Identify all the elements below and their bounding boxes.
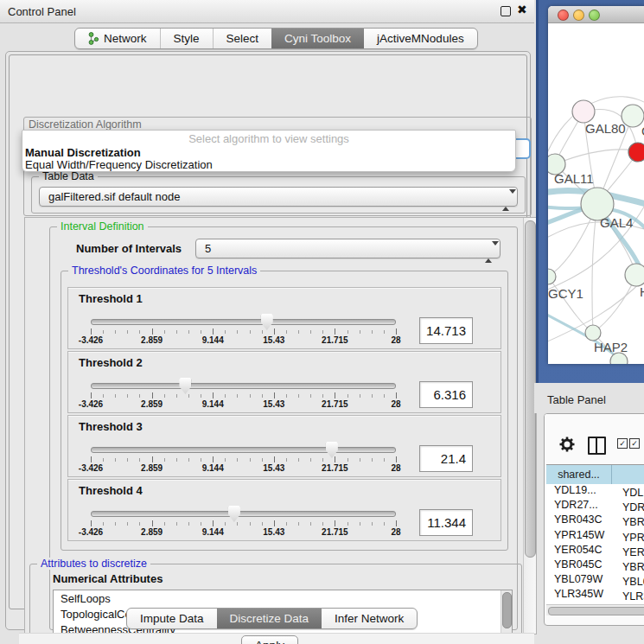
algorithm-dropdown-popup: Select algorithm to view settings Manual… [22,130,516,172]
table-panel-header: Table Panel [534,383,644,413]
discretize-tab-content: Discretization Algorithm Table Data galF… [9,54,527,609]
slider-tick-labels: -3.4262.8599.14415.4321.71528 [91,399,396,410]
scrollbar-thumb[interactable] [548,607,644,615]
mac-zoom-icon[interactable] [589,10,600,21]
threshold-row: Threshold 3 -3.4262.8599.14415.4321.7152… [67,415,501,477]
spinner-arrows-icon [485,243,493,254]
slider-tick-labels: -3.4262.8599.14415.4321.71528 [91,335,396,346]
checkbox-icon[interactable]: ✓ [629,438,640,449]
bottom-tab-bar: Impute Data Discretize Data Infer Networ… [126,608,418,629]
slider-track [91,447,396,453]
slider-ticks [91,456,396,463]
tab-impute-data-label: Impute Data [140,612,204,625]
gear-icon[interactable] [558,436,576,453]
tab-jactivemnodules[interactable]: jActiveMNodules [364,29,477,48]
node-label: GAL4 [600,215,633,230]
attributes-legend: Attributes to discretize [37,558,150,570]
columns-icon[interactable] [588,437,606,455]
list-item[interactable]: SelfLoops [54,590,512,606]
threshold-3-slider[interactable] [91,447,396,453]
network-graph: GAL80 GA GAL11 C GAL4 GCY1 H HAP2 [548,23,644,364]
column-header-shared[interactable]: shared... [546,465,612,484]
table-body: YDL19...YDL1 YDR27...YDR2 YBR043CYBR0 YP… [546,484,644,604]
threshold-2-value-field[interactable]: 6.316 [419,381,473,408]
tab-select-label: Select [226,32,259,45]
popup-placeholder-option[interactable]: Select algorithm to view settings [22,131,515,147]
panel-title: Control Panel [8,5,76,18]
threshold-3-value-field[interactable]: 21.4 [419,445,473,472]
threshold-1-label: Threshold 1 [79,292,143,305]
table-row[interactable]: YBR043CYBR0 [546,513,644,528]
threshold-2-slider[interactable] [91,383,396,389]
popup-option-manual-discretization[interactable]: Manual Discretization [22,147,515,159]
table-row[interactable]: YBL079WYBL0 [546,573,644,588]
table-data-selected-value: galFiltered.sif default node [48,190,180,203]
tab-discretize-data[interactable]: Discretize Data [217,609,322,628]
tab-network-label: Network [104,32,147,45]
table-data-legend: Table Data [39,170,98,182]
threshold-1-slider[interactable] [91,319,396,325]
float-window-icon[interactable] [501,6,511,16]
table-row[interactable]: YPR145WYPR1 [546,529,644,544]
table-row[interactable]: YER054CYER0 [546,544,644,558]
table-row[interactable]: YLR345WYLR3 [546,588,644,603]
mac-close-icon[interactable] [558,10,569,21]
network-canvas[interactable]: GAL80 GA GAL11 C GAL4 GCY1 H HAP2 [548,23,644,364]
checkbox-icon[interactable]: ✓ [617,438,628,449]
close-icon[interactable]: ✖ [517,3,527,16]
number-of-intervals-spinner[interactable]: 5 [195,239,501,258]
threshold-4-slider[interactable] [91,511,396,517]
table-row[interactable]: YDR27...YDR2 [546,499,644,513]
settings-vertical-scrollbar[interactable] [523,218,536,634]
table-data-combobox[interactable]: galFiltered.sif default node [39,187,518,207]
table-toolbar: ✓ ✓ [545,414,644,463]
network-window[interactable]: GAL80 GA GAL11 C GAL4 GCY1 H HAP2 [548,6,644,364]
slider-track [91,319,396,325]
slider-track [91,511,396,517]
node-red [628,143,644,162]
top-tab-bar: Network Style Select Cyni Toolbox jActiv… [74,28,478,49]
node-label: GAL11 [554,171,594,186]
network-icon [88,32,99,45]
tab-cyni-toolbox[interactable]: Cyni Toolbox [271,29,364,48]
number-of-intervals-value: 5 [205,242,211,255]
tab-infer-network-label: Infer Network [335,612,404,625]
threshold-1-value-field[interactable]: 14.713 [419,317,473,344]
threshold-4-label: Threshold 4 [79,484,143,497]
threshold-row: Threshold 4 -3.4262.8599.14415.4321.7152… [67,479,501,541]
threshold-3-label: Threshold 3 [79,420,143,433]
table-panel-title: Table Panel [547,393,606,406]
tab-impute-data[interactable]: Impute Data [127,609,217,628]
slider-tick-labels: -3.4262.8599.14415.4321.71528 [91,527,396,538]
mac-minimize-icon[interactable] [573,10,584,21]
table-row[interactable]: YBR045CYBR0 [546,558,644,573]
table-header-row: shared... na [546,464,644,485]
popup-option-equal-width-frequency[interactable]: Equal Width/Frequency Discretization [22,159,515,171]
threshold-4-value-field[interactable]: 11.344 [419,509,473,536]
column-header-name[interactable]: na [612,465,644,484]
tab-network[interactable]: Network [75,29,160,48]
node-label: GAL80 [585,121,626,136]
slider-ticks [91,392,396,399]
node-hap2 [585,325,601,341]
tab-style[interactable]: Style [160,29,213,48]
slider-tick-labels: -3.4262.8599.14415.4321.71528 [91,463,396,474]
tab-select[interactable]: Select [213,29,272,48]
tab-style-label: Style [174,32,200,45]
apply-button[interactable]: Apply [241,635,298,644]
table-panel: ✓ ✓ shared... na YDL19...YDL1 YDR27...YD… [544,413,644,626]
table-row[interactable]: YDL19...YDL1 [546,484,644,499]
attributes-list-scrollbar[interactable] [501,590,512,634]
numerical-attributes-label: Numerical Attributes [53,572,163,585]
network-window-titlebar[interactable] [548,6,644,23]
control-panel-titlebar: Control Panel ✖ [0,0,534,23]
threshold-row: Threshold 2 -3.4262.8599.14415.4321.7152… [67,351,501,413]
tab-cyni-toolbox-label: Cyni Toolbox [284,32,351,45]
tab-infer-network[interactable]: Infer Network [322,609,417,628]
table-horizontal-scrollbar[interactable] [546,604,644,615]
threshold-row: Threshold 1 -3.4262.8599.14415.4321.7152… [67,287,501,349]
node-label: GCY1 [548,286,583,301]
number-of-intervals-label: Number of Intervals [76,242,182,255]
tab-jactivemnodules-label: jActiveMNodules [377,32,464,45]
thresholds-group: Threshold's Coordinates for 5 Intervals … [61,271,508,551]
